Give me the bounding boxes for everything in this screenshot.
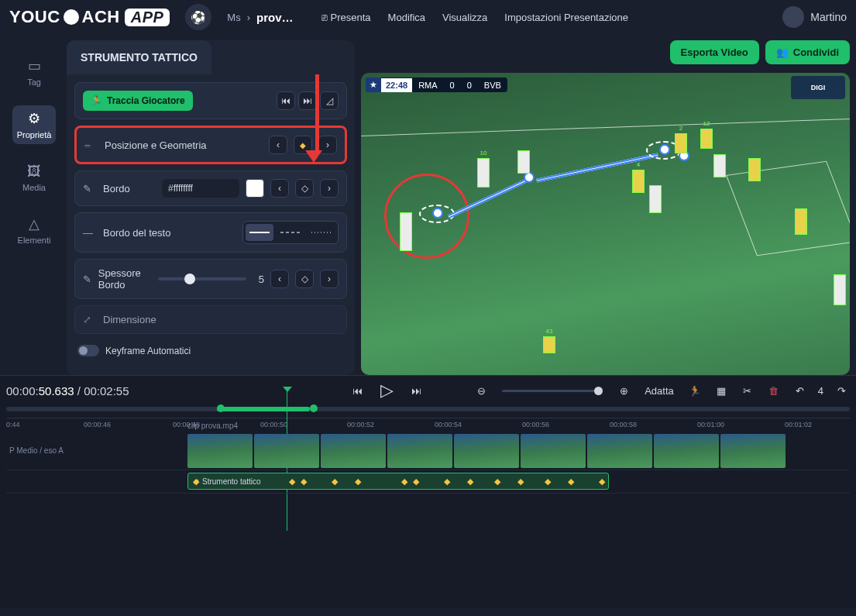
keyframe-toggle[interactable]: ◆: [294, 136, 312, 154]
dash-dashed[interactable]: [277, 224, 304, 241]
thickness-value: 5: [259, 274, 264, 285]
player-box: 4: [632, 170, 645, 193]
sidebar-label: Tag: [27, 77, 41, 87]
video-clip[interactable]: [187, 434, 786, 468]
play-icon[interactable]: ▷: [378, 382, 395, 399]
menu-modifica[interactable]: Modifica: [388, 12, 425, 23]
clip-thumb: [587, 434, 652, 468]
video-player[interactable]: ★ 22:48 RMA 0 0 BVB DIGI: [361, 73, 850, 375]
player-box: [713, 154, 726, 177]
ruler-tick: 00:00:50: [260, 421, 287, 428]
timeline-overview[interactable]: [6, 407, 850, 411]
ruler-tick: 00:00:56: [522, 421, 549, 428]
zoom-slider[interactable]: [502, 390, 603, 392]
logo-badge: APP: [125, 9, 170, 26]
row-position-geometry[interactable]: ⎓Posizione e Geometria ‹ ◆ ›: [74, 126, 347, 164]
dash-options: [242, 221, 339, 244]
breadcrumb: Ms › prov…: [227, 11, 293, 24]
timeline-tracks: P Medio / eso A clip prova.mp4 ↗ Strumen…: [6, 432, 850, 494]
eraser-button[interactable]: ◿: [320, 91, 339, 110]
menu-impostazioni[interactable]: Impostazioni Presentazione: [504, 12, 628, 23]
skip-fwd-icon[interactable]: ⏭: [407, 382, 425, 399]
trash-icon[interactable]: 🗑: [765, 382, 782, 399]
keyframe-auto-toggle[interactable]: [77, 345, 99, 356]
chevron-right-icon: ›: [247, 12, 250, 23]
shapes-icon: △: [23, 215, 45, 232]
kf-prev-button[interactable]: ‹: [269, 136, 287, 154]
menu-visualizza[interactable]: Visualizza: [442, 12, 487, 23]
video-area: Esporta Video 👥Condividi ★ 22:48 RMA 0 0…: [361, 40, 850, 375]
next-keyframe-button[interactable]: ⏭: [298, 91, 317, 110]
tactical-node[interactable]: [524, 172, 535, 183]
ruler-tick: 00:00:46: [84, 421, 111, 428]
row-dimensione[interactable]: ⤢Dimensione: [74, 305, 347, 334]
sidebar-item-tag[interactable]: ▭ Tag: [12, 53, 56, 91]
breadcrumb-root[interactable]: Ms: [227, 12, 240, 23]
redo-icon[interactable]: ↷: [833, 382, 850, 399]
share-button[interactable]: 👥Condividi: [765, 40, 850, 64]
scoreboard: ★ 22:48 RMA 0 0 BVB: [366, 77, 507, 92]
kf-next-button[interactable]: ›: [318, 136, 337, 154]
thickness-icon: ✎: [83, 274, 92, 285]
keyframe-toggle[interactable]: ◇: [295, 270, 314, 288]
zoom-out-icon[interactable]: ⊖: [473, 382, 490, 399]
user-menu[interactable]: Martino: [782, 6, 847, 28]
playback-controls: ⏮ ▷ ⏭ ⊖ ⊕ Adatta 🏃 ▦ ✂ 🗑 ↶ 4 ↷: [349, 382, 850, 399]
border-color-input[interactable]: [162, 179, 239, 198]
breadcrumb-current[interactable]: prov…: [256, 11, 294, 24]
keyframe-toggle[interactable]: ◇: [295, 179, 314, 198]
kf-next-button[interactable]: ›: [320, 270, 339, 288]
topbar: YOUC ACH APP ⚽ Ms › prov… ⎚Presenta Modi…: [0, 0, 856, 34]
dash-solid[interactable]: [246, 224, 273, 241]
zoom-in-icon[interactable]: ⊕: [615, 382, 632, 399]
player-box: 10: [477, 158, 490, 188]
fit-button[interactable]: Adatta: [645, 385, 674, 397]
clip-thumb: [654, 434, 719, 468]
panel-body: 🏃 Traccia Giocatore ⏮ ⏭ ◿ ⎓Posizione e G…: [67, 74, 355, 375]
size-icon: ⤢: [83, 314, 97, 325]
kf-next-button[interactable]: ›: [320, 179, 339, 198]
player-box: [748, 158, 761, 181]
film-icon[interactable]: ▦: [713, 382, 730, 399]
scissors-icon[interactable]: ✂: [739, 382, 756, 399]
sidebar-item-elementi[interactable]: △ Elementi: [12, 211, 56, 249]
line-icon: —: [83, 227, 97, 239]
clip-thumb: [187, 434, 253, 468]
track-player-button[interactable]: 🏃 Traccia Giocatore: [83, 91, 193, 111]
pitch-line: [361, 119, 850, 136]
tactical-node[interactable]: [432, 208, 443, 219]
score1: 0: [444, 78, 461, 92]
ball-icon: [64, 9, 79, 25]
position-icon: ⎓: [84, 139, 98, 151]
dash-dotted[interactable]: [308, 224, 335, 241]
action-buttons: Esporta Video 👥Condividi: [670, 40, 850, 64]
thickness-slider[interactable]: [158, 277, 246, 280]
sidebar-item-proprieta[interactable]: ⚙ Proprietà: [12, 105, 56, 144]
clip-thumb: [321, 434, 386, 468]
row-bordo-testo: —Bordo del testo: [74, 212, 347, 253]
menu-presenta[interactable]: ⎚Presenta: [321, 12, 371, 23]
logo[interactable]: YOUC ACH APP: [9, 7, 170, 27]
export-video-button[interactable]: Esporta Video: [670, 40, 759, 64]
match-time: 22:48: [381, 78, 412, 92]
team1: RMA: [412, 78, 443, 92]
tactical-node[interactable]: [659, 144, 670, 155]
doc-ball-icon[interactable]: ⚽: [185, 4, 211, 30]
kf-prev-button[interactable]: ‹: [270, 179, 289, 198]
row-keyframe-auto: Keyframe Automatici: [74, 340, 347, 356]
clip-label: clip prova.mp4: [187, 422, 238, 430]
ruler-tick: 00:00:58: [610, 421, 637, 428]
row-bordo: ✎Bordo ‹ ◇ ›: [74, 170, 347, 206]
share-icon: 👥: [776, 46, 789, 58]
team2: BVB: [478, 78, 507, 92]
clip-thumb: [720, 434, 786, 468]
color-swatch[interactable]: [246, 179, 264, 198]
kf-prev-button[interactable]: ‹: [270, 270, 289, 288]
timeline-toolbar: 00:00:50.633 / 00:02:55 ⏮ ▷ ⏭ ⊖ ⊕ Adatta…: [6, 382, 850, 399]
sidebar-item-media[interactable]: 🖼 Media: [12, 158, 56, 197]
prev-keyframe-button[interactable]: ⏮: [277, 91, 295, 110]
tactical-clip[interactable]: ↗ Strumento tattico ◆ ◆ ◆ ◆ ◆ ◆ ◆ ◆ ◆ ◆ …: [187, 473, 609, 490]
undo-icon[interactable]: ↶: [792, 382, 809, 399]
runner-icon[interactable]: 🏃: [686, 382, 703, 399]
skip-back-icon[interactable]: ⏮: [349, 382, 366, 399]
